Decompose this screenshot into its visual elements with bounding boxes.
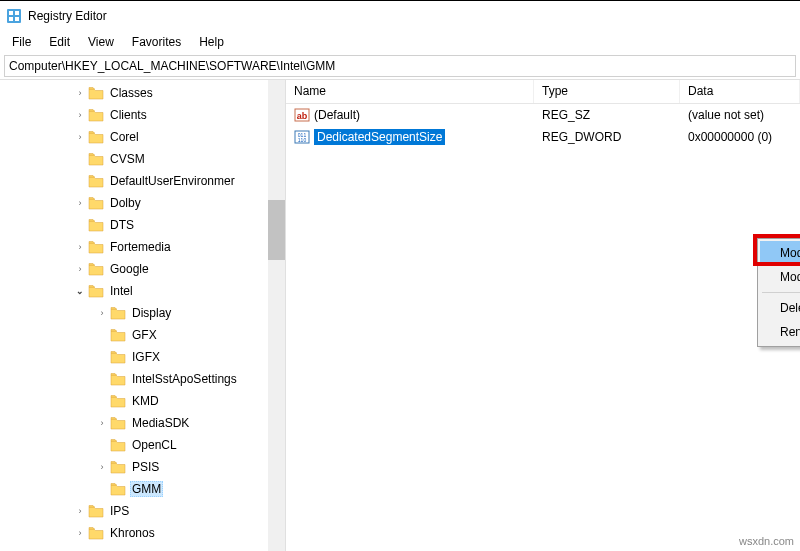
folder-icon <box>88 86 104 100</box>
chevron-right-icon[interactable]: › <box>74 505 86 517</box>
tree-item[interactable]: ›Corel <box>0 126 285 148</box>
tree-item[interactable]: ›Classes <box>0 82 285 104</box>
folder-icon <box>88 504 104 518</box>
list-row[interactable]: 011110DedicatedSegmentSizeREG_DWORD0x000… <box>286 126 800 148</box>
binary-value-icon: 011110 <box>294 129 310 145</box>
folder-icon <box>110 438 126 452</box>
tree-item[interactable]: DTS <box>0 214 285 236</box>
tree-item[interactable]: OpenCL <box>0 434 285 456</box>
chevron-right-icon[interactable]: › <box>74 527 86 539</box>
menu-file[interactable]: File <box>4 33 39 51</box>
tree-item[interactable]: ›Google <box>0 258 285 280</box>
folder-icon <box>110 306 126 320</box>
menu-edit[interactable]: Edit <box>41 33 78 51</box>
folder-icon <box>88 218 104 232</box>
tree-spacer <box>96 483 108 495</box>
value-name: (Default) <box>314 108 360 122</box>
tree-spacer <box>96 373 108 385</box>
chevron-right-icon[interactable]: › <box>74 109 86 121</box>
tree-item[interactable]: ›IPS <box>0 500 285 522</box>
tree-spacer <box>96 329 108 341</box>
scrollbar-thumb[interactable] <box>268 200 285 260</box>
scrollbar[interactable] <box>268 80 285 551</box>
column-type[interactable]: Type <box>534 80 680 103</box>
tree-item[interactable]: ›PSIS <box>0 456 285 478</box>
menu-delete[interactable]: Delete <box>760 296 800 320</box>
tree-item-label: Fortemedia <box>108 240 173 254</box>
list-row[interactable]: ab(Default)REG_SZ(value not set) <box>286 104 800 126</box>
tree-item-label: DefaultUserEnvironmer <box>108 174 237 188</box>
svg-text:110: 110 <box>298 137 307 143</box>
tree-item[interactable]: GMM <box>0 478 285 500</box>
menu-modify-binary[interactable]: Modify Binary Data... <box>760 265 800 289</box>
folder-icon <box>110 394 126 408</box>
value-name: DedicatedSegmentSize <box>314 129 445 145</box>
tree-spacer <box>96 439 108 451</box>
folder-icon <box>110 416 126 430</box>
chevron-down-icon[interactable]: ⌄ <box>74 285 86 297</box>
tree-item[interactable]: CVSM <box>0 148 285 170</box>
address-bar[interactable]: Computer\HKEY_LOCAL_MACHINE\SOFTWARE\Int… <box>4 55 796 77</box>
folder-icon <box>88 108 104 122</box>
tree-item-label: Clients <box>108 108 149 122</box>
tree-item[interactable]: IGFX <box>0 346 285 368</box>
value-data: (value not set) <box>680 106 800 124</box>
chevron-right-icon[interactable]: › <box>96 417 108 429</box>
folder-icon <box>110 482 126 496</box>
tree-item-label: GFX <box>130 328 159 342</box>
chevron-right-icon[interactable]: › <box>96 307 108 319</box>
folder-icon <box>88 130 104 144</box>
regedit-icon <box>6 8 22 24</box>
menu-view[interactable]: View <box>80 33 122 51</box>
tree-item[interactable]: ›Fortemedia <box>0 236 285 258</box>
tree-item-label: GMM <box>130 481 163 497</box>
column-data[interactable]: Data <box>680 80 800 103</box>
tree-item-label: MediaSDK <box>130 416 191 430</box>
tree-item-label: KMD <box>130 394 161 408</box>
chevron-right-icon[interactable]: › <box>74 131 86 143</box>
folder-icon <box>88 152 104 166</box>
tree-item[interactable]: IntelSstApoSettings <box>0 368 285 390</box>
menu-help[interactable]: Help <box>191 33 232 51</box>
tree-spacer <box>96 395 108 407</box>
chevron-right-icon[interactable]: › <box>74 263 86 275</box>
tree-item-label: Corel <box>108 130 141 144</box>
tree-item[interactable]: ›MediaSDK <box>0 412 285 434</box>
chevron-right-icon[interactable]: › <box>74 197 86 209</box>
menu-rename[interactable]: Rename <box>760 320 800 344</box>
folder-icon <box>110 460 126 474</box>
menu-favorites[interactable]: Favorites <box>124 33 189 51</box>
folder-icon <box>88 284 104 298</box>
svg-rect-3 <box>9 17 13 21</box>
menubar: File Edit View Favorites Help <box>0 31 800 53</box>
tree-item-label: Khronos <box>108 526 157 540</box>
chevron-right-icon[interactable]: › <box>74 87 86 99</box>
tree-item[interactable]: ›Clients <box>0 104 285 126</box>
tree-item[interactable]: ⌄Intel <box>0 280 285 302</box>
tree-item[interactable]: KMD <box>0 390 285 412</box>
titlebar: Registry Editor <box>0 1 800 31</box>
value-data: 0x00000000 (0) <box>680 128 800 146</box>
tree-item-label: Classes <box>108 86 155 100</box>
window-title: Registry Editor <box>28 9 107 23</box>
tree-item[interactable]: ›Dolby <box>0 192 285 214</box>
tree-item-label: IPS <box>108 504 131 518</box>
tree-spacer <box>74 153 86 165</box>
tree-item-label: PSIS <box>130 460 161 474</box>
tree-spacer <box>74 175 86 187</box>
column-name[interactable]: Name <box>286 80 534 103</box>
tree-item[interactable]: GFX <box>0 324 285 346</box>
tree-item-label: CVSM <box>108 152 147 166</box>
address-text: Computer\HKEY_LOCAL_MACHINE\SOFTWARE\Int… <box>9 59 335 73</box>
tree-item[interactable]: DefaultUserEnvironmer <box>0 170 285 192</box>
svg-text:ab: ab <box>297 111 308 121</box>
menu-modify[interactable]: Modify... <box>760 241 800 265</box>
chevron-right-icon[interactable]: › <box>96 461 108 473</box>
tree-item[interactable]: ›Display <box>0 302 285 324</box>
chevron-right-icon[interactable]: › <box>74 241 86 253</box>
folder-icon <box>88 240 104 254</box>
folder-icon <box>88 526 104 540</box>
folder-icon <box>110 328 126 342</box>
tree-item-label: IntelSstApoSettings <box>130 372 239 386</box>
tree-item[interactable]: ›Khronos <box>0 522 285 544</box>
